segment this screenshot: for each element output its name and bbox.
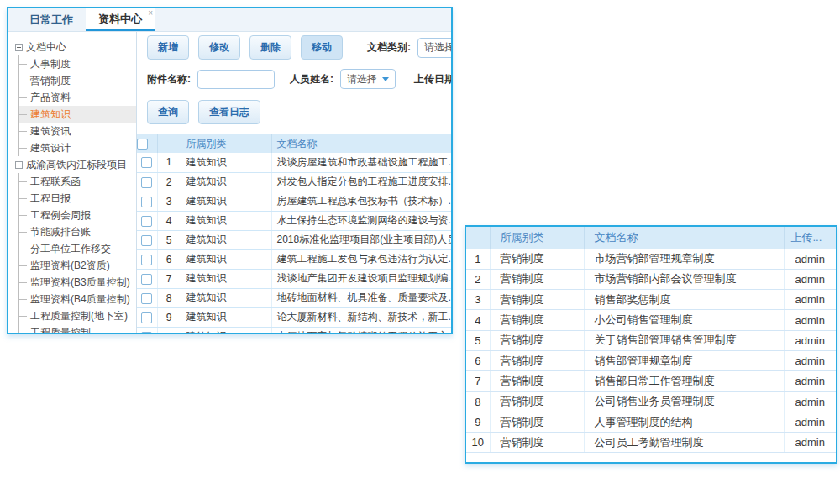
doc-category-select[interactable]: 请选择 bbox=[417, 38, 451, 58]
collapse-icon[interactable] bbox=[15, 161, 23, 169]
tab-label: 日常工作 bbox=[29, 13, 73, 28]
attachment-name-input[interactable] bbox=[197, 70, 275, 89]
table-row[interactable]: 3 建筑知识 房屋建筑工程总承包投标书（技术标）... bbox=[137, 192, 451, 211]
tree-node-label: 成渝高铁内江标段项目 bbox=[26, 158, 127, 172]
table-row[interactable]: 2 营销制度 市场营销部内部会议管理制度 admin bbox=[466, 269, 836, 289]
table-row[interactable]: 4 建筑知识 水土保持生态环境监测网络的建设与资... bbox=[137, 211, 451, 230]
tree-item-work-transfer[interactable]: 分工单位工作移交 bbox=[19, 240, 136, 257]
tree-item-energy-ledger[interactable]: 节能减排台账 bbox=[19, 223, 136, 240]
row-uploader: admin bbox=[784, 330, 836, 350]
table-row[interactable]: 8 营销制度 公司销售业务员管理制度 admin bbox=[466, 391, 836, 412]
index-header bbox=[466, 227, 490, 249]
action-toolbar: 新增 修改 删除 移动 文档类别: 请选择 文档名称: bbox=[137, 35, 451, 60]
move-button[interactable]: 移动 bbox=[301, 35, 343, 60]
row-title: 小公司销售管理制度 bbox=[584, 310, 784, 330]
row-index: 3 bbox=[466, 290, 490, 310]
view-log-button[interactable]: 查看日志 bbox=[198, 100, 260, 124]
row-index: 8 bbox=[157, 288, 181, 307]
table-row[interactable]: 9 建筑知识 论大厦新材料、新结构、新技术，新工... bbox=[137, 307, 451, 327]
row-checkbox[interactable] bbox=[141, 216, 152, 227]
header-checkbox[interactable] bbox=[137, 139, 148, 150]
table-row[interactable]: 3 营销制度 销售部奖惩制度 admin bbox=[466, 290, 836, 310]
tree-item-construction-design[interactable]: 建筑设计 bbox=[19, 139, 136, 156]
tree-item-supervision-b4[interactable]: 监理资料(B4质量控制) bbox=[19, 291, 136, 307]
row-index: 6 bbox=[157, 249, 181, 269]
table-row[interactable]: 10 建筑知识 大厦地下室加气砼墙砌筑工程的施工方... bbox=[137, 327, 451, 333]
table-row[interactable]: 5 营销制度 关于销售部管理销售管理制度 admin bbox=[466, 330, 836, 350]
table-row[interactable]: 7 营销制度 销售部日常工作管理制度 admin bbox=[466, 371, 836, 391]
row-uploader: admin bbox=[784, 412, 836, 432]
row-index: 10 bbox=[157, 327, 181, 333]
attachment-name-label: 附件名称: bbox=[147, 72, 191, 87]
add-button[interactable]: 新增 bbox=[147, 35, 189, 60]
row-title: 对发包人指定分包的工程施工进度安排... bbox=[271, 172, 451, 192]
table-row[interactable]: 4 营销制度 小公司销售管理制度 admin bbox=[466, 310, 836, 330]
row-checkbox[interactable] bbox=[141, 332, 152, 333]
row-index: 5 bbox=[466, 330, 490, 350]
row-uploader: admin bbox=[784, 290, 836, 310]
close-icon[interactable]: × bbox=[148, 9, 153, 18]
document-center-window: 日常工作 资料中心 × 文档中心 人事制度 营销制度 产品资料 建筑知识 建筑资… bbox=[7, 7, 453, 334]
row-category: 营销制度 bbox=[490, 249, 584, 269]
tree-node-railway-project[interactable]: 成渝高铁内江标段项目 bbox=[15, 156, 136, 173]
tree-node-doc-center[interactable]: 文档中心 bbox=[15, 39, 136, 55]
tab-data-center[interactable]: 资料中心 × bbox=[86, 8, 155, 31]
row-checkbox[interactable] bbox=[141, 312, 152, 323]
tree-item-daily-report[interactable]: 工程日报 bbox=[19, 190, 136, 207]
tree-item-contact-letter[interactable]: 工程联系函 bbox=[19, 173, 136, 190]
row-index: 2 bbox=[157, 172, 181, 192]
uploader-header: 上传... bbox=[784, 227, 836, 249]
table-row[interactable]: 6 营销制度 销售部管理规章制度 admin bbox=[466, 350, 836, 370]
selected-value: 请选择 bbox=[347, 72, 377, 87]
person-name-select[interactable]: 请选择 bbox=[340, 69, 396, 89]
index-header bbox=[157, 134, 181, 153]
table-row[interactable]: 1 建筑知识 浅谈房屋建筑和市政基础设施工程施工... bbox=[137, 153, 451, 172]
row-checkbox[interactable] bbox=[141, 197, 152, 207]
tree-item-supervision-b2[interactable]: 监理资料(B2资质) bbox=[19, 257, 136, 274]
row-category: 建筑知识 bbox=[181, 327, 271, 333]
tab-bar: 日常工作 资料中心 × bbox=[8, 8, 451, 32]
row-checkbox[interactable] bbox=[141, 157, 152, 168]
row-category: 营销制度 bbox=[490, 269, 584, 289]
tree-item-quality-control[interactable]: 工程质量控制 bbox=[19, 324, 136, 333]
row-title: 公司销售业务员管理制度 bbox=[584, 391, 784, 412]
tree-item-quality-basement[interactable]: 工程质量控制(地下室) bbox=[19, 307, 136, 324]
table-row[interactable]: 10 营销制度 公司员工考勤管理制度 admin bbox=[466, 433, 836, 453]
tree-item-construction-news[interactable]: 建筑资讯 bbox=[19, 123, 136, 139]
row-checkbox[interactable] bbox=[141, 293, 152, 304]
table-row[interactable]: 6 建筑知识 建筑工程施工发包与承包违法行为认定... bbox=[137, 249, 451, 269]
category-tree-sidebar: 文档中心 人事制度 营销制度 产品资料 建筑知识 建筑资讯 建筑设计 成渝高铁内… bbox=[8, 32, 137, 333]
row-checkbox[interactable] bbox=[141, 274, 152, 285]
row-index: 7 bbox=[157, 269, 181, 288]
table-row[interactable]: 5 建筑知识 2018标准化监理项目部(业主项目部)人员... bbox=[137, 230, 451, 249]
tree-item-product[interactable]: 产品资料 bbox=[19, 89, 136, 106]
row-checkbox[interactable] bbox=[141, 235, 152, 246]
tree-item-personnel[interactable]: 人事制度 bbox=[19, 55, 136, 72]
delete-button[interactable]: 删除 bbox=[249, 35, 291, 60]
category-header: 所属别类 bbox=[490, 227, 584, 249]
table-row[interactable]: 9 营销制度 人事管理制度的结构 admin bbox=[466, 412, 836, 432]
tree-item-marketing[interactable]: 营销制度 bbox=[19, 72, 136, 89]
tree-item-construction-knowledge[interactable]: 建筑知识 bbox=[19, 106, 136, 123]
table-row[interactable]: 7 建筑知识 浅谈地产集团开发建设项目监理规划编... bbox=[137, 269, 451, 288]
row-title: 浅谈地产集团开发建设项目监理规划编... bbox=[271, 269, 451, 288]
row-category: 营销制度 bbox=[490, 391, 584, 412]
doc-category-label: 文档类别: bbox=[367, 40, 411, 55]
row-title: 关于销售部管理销售管理制度 bbox=[584, 330, 784, 350]
tree-item-weekly-meeting[interactable]: 工程例会周报 bbox=[19, 207, 136, 223]
collapse-icon[interactable] bbox=[15, 44, 23, 51]
tab-daily-work[interactable]: 日常工作 bbox=[17, 8, 86, 31]
row-index: 10 bbox=[466, 433, 490, 453]
table-row[interactable]: 8 建筑知识 地砖地面材料、机具准备、质量要求及... bbox=[137, 288, 451, 307]
document-table: 所属别类 文档名称 1 建筑知识 浅谈房屋建筑和市政基础设施工程施工... 2 bbox=[137, 134, 451, 333]
edit-button[interactable]: 修改 bbox=[198, 35, 240, 60]
row-category: 建筑知识 bbox=[181, 249, 271, 269]
table-row[interactable]: 1 营销制度 市场营销部管理规章制度 admin bbox=[466, 249, 836, 269]
row-title: 销售部日常工作管理制度 bbox=[584, 371, 784, 391]
row-checkbox[interactable] bbox=[141, 255, 152, 265]
row-uploader: admin bbox=[784, 249, 836, 269]
row-checkbox[interactable] bbox=[141, 177, 152, 188]
query-button[interactable]: 查询 bbox=[147, 100, 189, 124]
table-row[interactable]: 2 建筑知识 对发包人指定分包的工程施工进度安排... bbox=[137, 172, 451, 192]
tree-item-supervision-b3[interactable]: 监理资料(B3质量控制) bbox=[19, 274, 136, 291]
